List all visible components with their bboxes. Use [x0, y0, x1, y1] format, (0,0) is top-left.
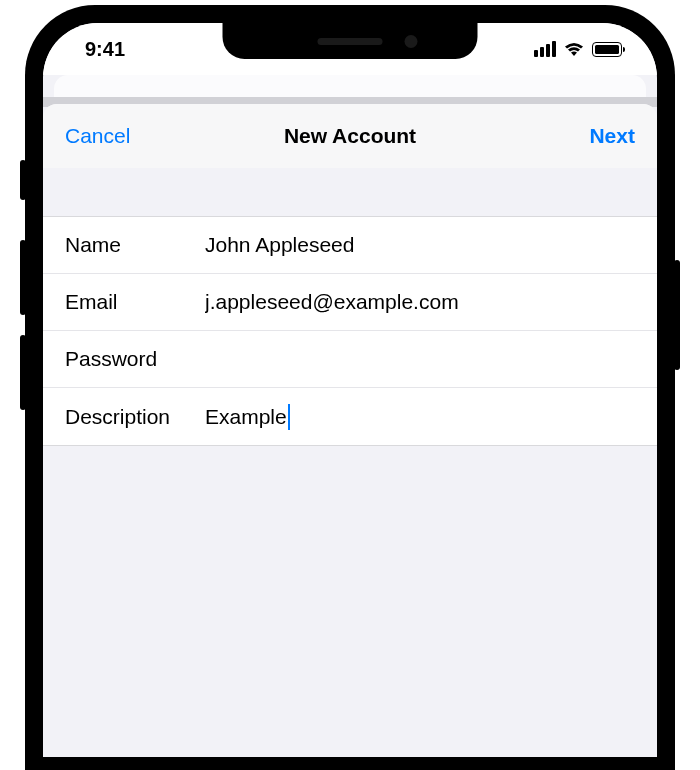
wifi-icon [563, 41, 585, 57]
name-row: Name [43, 217, 657, 274]
email-row: Email [43, 274, 657, 331]
account-form: Name Email Password Description Example [43, 216, 657, 446]
screen: 9:41 Cancel New Account Next [43, 23, 657, 757]
modal-title: New Account [284, 124, 416, 148]
password-field[interactable] [205, 347, 635, 371]
background-sheet [54, 75, 646, 97]
email-field[interactable] [205, 290, 635, 314]
cellular-icon [534, 41, 556, 57]
description-row: Description Example [43, 388, 657, 445]
cancel-button[interactable]: Cancel [65, 124, 145, 148]
next-button[interactable]: Next [555, 124, 635, 148]
description-label: Description [65, 405, 205, 429]
password-row: Password [43, 331, 657, 388]
name-field[interactable] [205, 233, 635, 257]
password-label: Password [65, 347, 205, 371]
power-button [674, 260, 680, 370]
email-label: Email [65, 290, 205, 314]
description-value: Example [205, 405, 287, 429]
camera-icon [405, 35, 418, 48]
notch [223, 23, 478, 59]
battery-icon [592, 42, 622, 57]
name-label: Name [65, 233, 205, 257]
volume-up-button [20, 240, 26, 315]
speaker-icon [318, 38, 383, 45]
new-account-modal: Cancel New Account Next Name Email Passw… [43, 104, 657, 757]
status-time: 9:41 [85, 38, 125, 61]
status-right [534, 41, 622, 57]
phone-frame: 9:41 Cancel New Account Next [25, 5, 675, 770]
description-field[interactable]: Example [205, 404, 635, 430]
modal-header: Cancel New Account Next [43, 104, 657, 168]
volume-down-button [20, 335, 26, 410]
mute-switch [20, 160, 26, 200]
text-cursor-icon [288, 404, 291, 430]
